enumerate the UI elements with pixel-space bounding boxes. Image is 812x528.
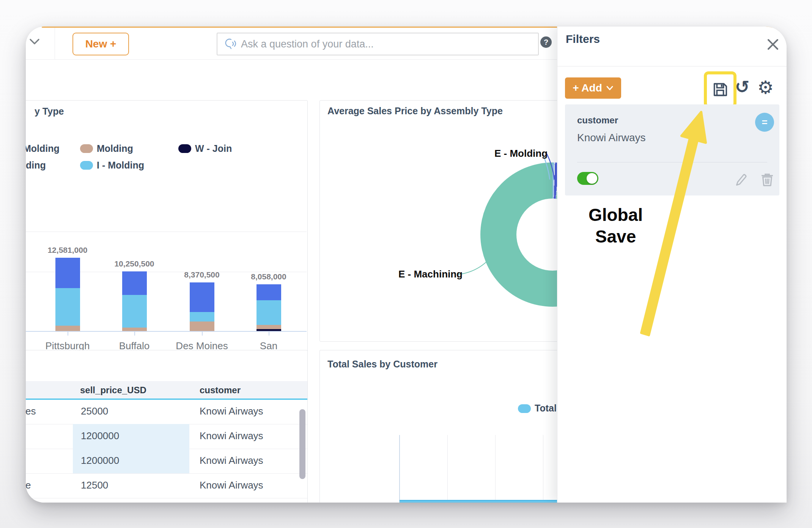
legend-label: lding [26, 160, 46, 170]
x-axis [26, 331, 307, 332]
annotation-line2: Save [575, 226, 656, 247]
cell-sell-price: 1200000 [81, 455, 119, 467]
panel-sales-by-type: y Type MoldingMoldingW - JoinldingI - Mo… [26, 100, 308, 391]
bar-segment [122, 271, 147, 295]
y-axis [399, 435, 400, 503]
close-icon[interactable] [766, 38, 779, 51]
legend-swatch [178, 144, 191, 153]
add-filter-button[interactable]: + Add [565, 77, 621, 99]
bar-value-label: 8,370,500 [170, 270, 234, 279]
edit-pencil-icon[interactable] [734, 173, 749, 188]
filter-value: Knowi Airways [577, 132, 646, 144]
help-icon[interactable]: ? [540, 36, 552, 48]
legend-item[interactable]: Molding [26, 143, 60, 154]
donut-leader-lines [320, 101, 563, 341]
add-filter-label: + Add [573, 82, 602, 94]
page-background: New + ? y Type MoldingMoldingW - Joinldi… [0, 0, 812, 528]
app-window: New + ? y Type MoldingMoldingW - Joinldi… [26, 27, 787, 503]
bar-sliver [400, 500, 563, 503]
filters-divider [557, 66, 787, 66]
legend-item[interactable]: lding [26, 160, 46, 171]
legend-swatch [80, 161, 93, 170]
gridline [495, 435, 496, 503]
panel-title: y Type [35, 106, 64, 117]
legend-label[interactable]: Total [535, 403, 557, 414]
truncated-cell-fragment: es [26, 405, 36, 417]
bar-segment [122, 328, 147, 331]
table-row[interactable]: es25000Knowi Airways [26, 399, 307, 424]
chevron-down-icon[interactable] [29, 38, 40, 46]
chevron-down-icon [606, 85, 614, 91]
legend-item[interactable]: I - Molding [80, 160, 144, 171]
bar-value-label: 12,581,000 [35, 246, 100, 255]
bar-segment [190, 312, 214, 322]
table-row[interactable]: 1200000Knowi Airways [26, 449, 307, 474]
donut-label-machining: E - Machining [398, 268, 463, 280]
table-row[interactable]: e12500Knowi Airways [26, 473, 307, 498]
legend-item[interactable]: W - Join [178, 143, 232, 154]
filters-title: Filters [566, 33, 600, 46]
filter-operator-badge: = [755, 113, 774, 132]
annotation-line1: Global [575, 204, 656, 226]
toolbar-bottom-divider [26, 59, 557, 60]
global-save-annotation: Global Save [575, 204, 656, 247]
gear-icon[interactable]: ⚙ [757, 77, 774, 98]
legend-label: W - Join [195, 143, 232, 154]
gridline [26, 232, 307, 232]
bar-segment [257, 284, 281, 300]
bar-segment [190, 322, 214, 331]
bar-segment [122, 295, 147, 328]
panel-total-sales: Total Sales by Customer Total [319, 350, 563, 503]
filter-enabled-toggle[interactable] [577, 172, 598, 185]
table-row[interactable]: 1200000Knowi Airways [26, 424, 307, 449]
filter-field: customer [577, 115, 618, 126]
column-header-customer[interactable]: customer [200, 385, 241, 396]
search-input[interactable] [240, 38, 538, 50]
table-scrollbar[interactable] [299, 409, 305, 479]
new-button[interactable]: New + [72, 33, 129, 55]
bar-segment [55, 288, 80, 326]
global-save-highlight-box [704, 71, 736, 108]
cell-customer: Knowi Airways [200, 430, 263, 442]
cell-sell-price: 25000 [81, 405, 108, 417]
filter-card-divider [577, 162, 767, 162]
bar-segment [257, 300, 281, 325]
bar-segment [55, 326, 80, 331]
search-box[interactable] [217, 33, 539, 55]
filter-card[interactable]: customer Knowi Airways = [565, 104, 779, 195]
toolbar-divider [55, 27, 55, 59]
voice-search-icon [222, 36, 237, 52]
column-header-sell-price[interactable]: sell_price_USD [80, 385, 146, 396]
save-icon[interactable] [711, 81, 729, 98]
cell-sell-price: 1200000 [81, 430, 119, 442]
cell-customer: Knowi Airways [200, 479, 263, 491]
reset-icon[interactable]: ↺ [735, 77, 750, 97]
table-header: sell_price_USD customer [26, 381, 307, 399]
gridline [543, 435, 543, 503]
panel-title: Total Sales by Customer [327, 359, 437, 370]
donut-label-molding: E - Molding [494, 148, 548, 159]
legend-label: I - Molding [97, 160, 144, 170]
panel-data-grid: sell_price_USD customer es25000Knowi Air… [26, 350, 308, 503]
filters-panel: Filters + Add [557, 27, 787, 503]
gridline [447, 435, 448, 503]
legend-swatch[interactable] [518, 404, 531, 413]
cell-sell-price: 12500 [81, 479, 108, 491]
trash-icon[interactable] [759, 172, 775, 188]
bar-segment [190, 282, 214, 312]
truncated-cell-fragment: e [26, 479, 31, 491]
bar-value-label: 10,250,500 [102, 259, 167, 268]
bar-segment [55, 258, 80, 288]
cell-customer: Knowi Airways [200, 455, 263, 467]
cell-customer: Knowi Airways [200, 405, 263, 417]
panel-avg-sales-price: Average Sales Price by Assembly Type E -… [319, 100, 563, 342]
legend-swatch [80, 144, 93, 153]
legend-item[interactable]: Molding [80, 143, 133, 154]
bar-segment [257, 325, 281, 329]
legend-label: Molding [97, 143, 133, 154]
legend-label: Molding [26, 143, 60, 154]
bar-value-label: 8,058,000 [236, 272, 301, 281]
